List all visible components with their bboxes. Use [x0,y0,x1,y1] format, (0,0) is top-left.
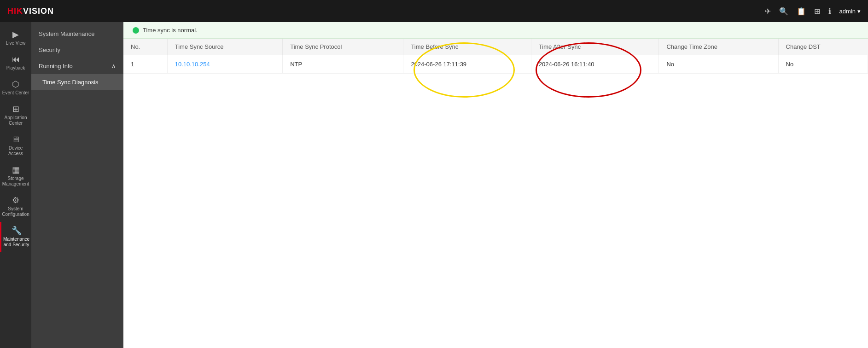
secondary-sidebar-item-system-maintenance[interactable]: System Maintenance [31,26,123,42]
status-message: Time sync is normal. [143,27,198,34]
cell-time-sync-protocol: NTP [283,55,403,74]
col-change-time-zone: Change Time Zone [659,39,778,55]
logo: HIKVISION [7,6,54,16]
cell-change-dst: No [778,55,868,74]
maintenance-security-icon: 🔧 [12,226,22,235]
calendar-icon[interactable]: 📋 [797,7,806,16]
sidebar: ▶ Live View ⏮ Playback ⬡ Event Center ⊞ … [0,22,31,348]
live-view-icon: ▶ [12,30,19,39]
col-no: No. [123,39,167,55]
table-header-row: No. Time Sync Source Time Sync Protocol … [123,39,868,55]
time-sync-diagnosis-label: Time Sync Diagnosis [42,79,99,86]
info-icon[interactable]: ℹ [828,7,831,16]
cell-time-before-sync: 2024-06-26 17:11:39 [403,55,531,74]
chevron-up-icon: ∧ [111,63,116,70]
main-layout: ▶ Live View ⏮ Playback ⬡ Event Center ⊞ … [0,22,868,348]
col-change-dst: Change DST [778,39,868,55]
secondary-sidebar-item-time-sync-diagnosis[interactable]: Time Sync Diagnosis [31,74,123,90]
sidebar-label-system-configuration: System Configuration [2,206,29,217]
col-time-sync-protocol: Time Sync Protocol [283,39,403,55]
application-center-icon: ⊞ [12,105,19,113]
security-label: Security [39,46,60,53]
system-maintenance-label: System Maintenance [39,30,94,37]
sidebar-item-event-center[interactable]: ⬡ Event Center [0,75,31,100]
sidebar-label-storage-management: Storage Management [2,176,29,187]
logo-vision: VISION [23,6,54,16]
chevron-down-icon: ▾ [857,8,861,15]
secondary-sidebar-item-running-info[interactable]: Running Info ∧ [31,58,123,74]
sidebar-label-event-center: Event Center [2,90,29,96]
secondary-sidebar: System Maintenance Security Running Info… [31,22,123,348]
sidebar-label-application-center: Application Center [2,115,29,126]
secondary-sidebar-item-security[interactable]: Security [31,42,123,58]
storage-management-icon: ▦ [12,166,20,174]
cell-time-after-sync: 2024-06-26 16:11:40 [531,55,659,74]
sidebar-label-device-access: Device Access [2,145,29,157]
playback-icon: ⏮ [12,55,20,64]
send-icon[interactable]: ✈ [765,7,771,16]
time-sync-table: No. Time Sync Source Time Sync Protocol … [123,39,868,74]
sidebar-label-maintenance-security: Maintenance and Security [3,237,29,248]
col-time-sync-source: Time Sync Source [167,39,282,55]
sidebar-item-application-center[interactable]: ⊞ Application Center [0,100,31,131]
user-menu[interactable]: admin ▾ [839,8,861,15]
sidebar-label-live-view: Live View [6,41,26,46]
sidebar-item-device-access[interactable]: 🖥 Device Access [0,131,31,161]
sidebar-item-maintenance-security[interactable]: 🔧 Maintenance and Security [0,222,31,252]
sidebar-label-playback: Playback [6,65,25,71]
grid-icon[interactable]: ⊞ [814,7,820,16]
sidebar-item-system-configuration[interactable]: ⚙ System Configuration [0,191,31,222]
status-dot-green [133,27,139,34]
sidebar-item-playback[interactable]: ⏮ Playback [0,51,31,75]
cell-change-time-zone: No [659,55,778,74]
topbar: HIKVISION ✈ 🔍 📋 ⊞ ℹ admin ▾ [0,0,868,22]
system-configuration-icon: ⚙ [12,196,19,204]
device-access-icon: 🖥 [12,135,20,144]
search-icon[interactable]: 🔍 [779,7,788,16]
event-center-icon: ⬡ [12,80,19,88]
logo-hik: HIK [7,6,23,16]
col-time-after-sync: Time After Sync [531,39,659,55]
cell-time-sync-source: 10.10.10.254 [167,55,282,74]
table-container: No. Time Sync Source Time Sync Protocol … [123,39,868,74]
cell-no: 1 [123,55,167,74]
topbar-icons: ✈ 🔍 📋 ⊞ ℹ admin ▾ [765,7,861,16]
sidebar-item-storage-management[interactable]: ▦ Storage Management [0,161,31,191]
content-area: Time sync is normal. No. Time Sync Sourc… [123,22,868,348]
status-bar: Time sync is normal. [123,22,868,39]
user-label: admin [839,8,856,15]
col-time-before-sync: Time Before Sync [403,39,531,55]
sidebar-item-live-view[interactable]: ▶ Live View [0,26,31,51]
running-info-label: Running Info [39,63,73,70]
table-row: 1 10.10.10.254 NTP 2024-06-26 17:11:39 2… [123,55,868,74]
